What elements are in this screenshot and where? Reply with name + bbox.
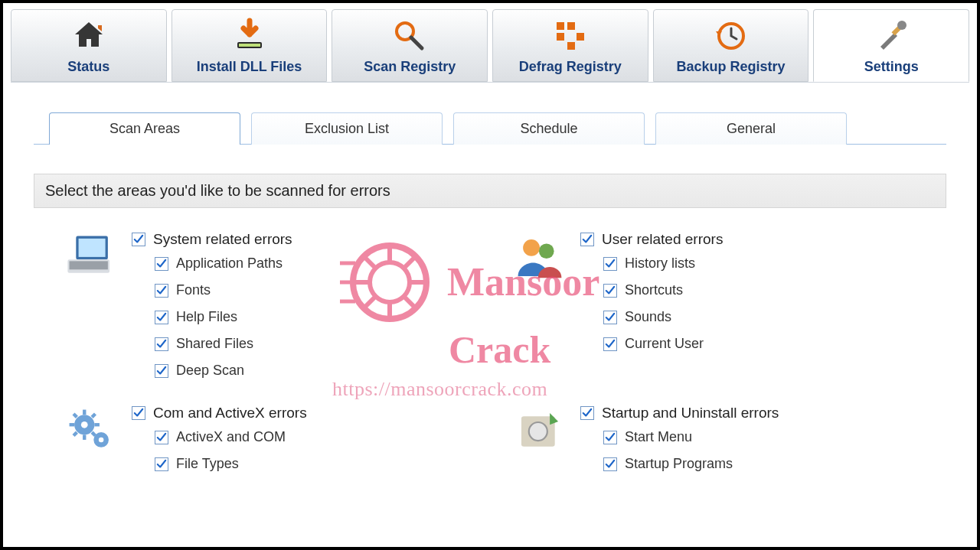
tab-exclusion-list[interactable]: Exclusion List — [251, 112, 443, 145]
item-label: ActiveX and COM — [176, 429, 286, 445]
checkbox-help-files[interactable] — [155, 311, 168, 324]
magnifier-icon — [391, 18, 428, 54]
svg-point-17 — [539, 243, 554, 259]
checkbox-user-errors[interactable] — [580, 233, 594, 246]
item-label: Deep Scan — [176, 363, 244, 379]
checkbox-fonts[interactable] — [155, 284, 168, 298]
svg-rect-5 — [567, 22, 575, 30]
backup-clock-icon — [713, 18, 750, 54]
svg-line-3 — [411, 37, 422, 48]
svg-line-26 — [74, 414, 77, 417]
topnav-label: Backup Registry — [676, 59, 785, 75]
checkbox-history-lists[interactable] — [603, 257, 617, 271]
checkbox-deep-scan[interactable] — [155, 364, 168, 378]
svg-rect-8 — [567, 42, 575, 50]
checkbox-com-activex-errors[interactable] — [132, 406, 145, 420]
group-system-errors: System related errors Application Paths … — [64, 231, 482, 379]
startup-box-icon — [513, 405, 567, 458]
group-com-activex-errors: Com and ActiveX errors ActiveX and COM F… — [64, 405, 482, 472]
topnav-label: Defrag Registry — [519, 59, 622, 75]
checkbox-current-user[interactable] — [603, 337, 617, 351]
item-label: Fonts — [176, 282, 211, 298]
item-label: Help Files — [176, 309, 237, 325]
svg-point-20 — [81, 421, 88, 428]
checkbox-start-menu[interactable] — [603, 431, 617, 444]
svg-line-27 — [92, 432, 95, 435]
main-top-nav: Status Install DLL Files Scan Registry — [11, 9, 969, 83]
svg-rect-1 — [239, 44, 260, 47]
checkbox-shared-files[interactable] — [155, 337, 168, 351]
item-label: History lists — [625, 255, 695, 272]
scan-areas-grid: System related errors Application Paths … — [64, 231, 931, 472]
topnav-label: Settings — [864, 59, 919, 75]
users-icon — [513, 231, 567, 285]
scan-areas-description: Select the areas you'd like to be scanne… — [34, 174, 946, 208]
svg-line-28 — [92, 414, 95, 417]
checkbox-application-paths[interactable] — [155, 257, 168, 271]
item-label: Application Paths — [176, 255, 283, 272]
topnav-settings[interactable]: Settings — [813, 9, 969, 82]
item-label: Sounds — [625, 309, 671, 325]
svg-rect-6 — [557, 33, 564, 41]
topnav-scan-registry[interactable]: Scan Registry — [332, 9, 488, 82]
item-label: Startup Programs — [625, 456, 733, 472]
svg-point-31 — [529, 422, 547, 441]
checkbox-file-types[interactable] — [155, 457, 168, 471]
topnav-defrag-registry[interactable]: Defrag Registry — [492, 9, 648, 82]
item-label: Start Menu — [625, 429, 692, 445]
tab-scan-areas[interactable]: Scan Areas — [49, 112, 240, 145]
home-icon — [70, 18, 107, 54]
item-label: Shared Files — [176, 336, 253, 352]
svg-point-16 — [523, 239, 540, 256]
system-computer-icon — [64, 231, 118, 285]
tools-icon — [873, 18, 910, 54]
checkbox-startup-uninstall-errors[interactable] — [580, 406, 594, 420]
svg-rect-15 — [70, 261, 108, 269]
svg-line-29 — [74, 432, 77, 435]
topnav-install-dll[interactable]: Install DLL Files — [172, 9, 328, 82]
svg-rect-13 — [79, 239, 106, 257]
group-title: Com and ActiveX errors — [153, 405, 307, 421]
group-title: System related errors — [153, 231, 292, 248]
topnav-label: Install DLL Files — [197, 59, 302, 75]
download-tray-icon — [231, 18, 268, 54]
checkbox-activex-and-com[interactable] — [155, 431, 168, 444]
checkbox-sounds[interactable] — [603, 311, 617, 324]
checkbox-system-errors[interactable] — [132, 233, 145, 246]
group-user-errors: User related errors History lists Shortc… — [513, 231, 931, 379]
group-title: User related errors — [602, 231, 723, 248]
tab-general[interactable]: General — [655, 112, 847, 145]
group-startup-uninstall-errors: Startup and Uninstall errors Start Menu … — [513, 405, 931, 472]
svg-rect-7 — [577, 33, 584, 41]
svg-point-21 — [99, 438, 104, 443]
item-label: File Types — [176, 456, 239, 472]
svg-rect-4 — [557, 22, 564, 30]
checkbox-shortcuts[interactable] — [603, 284, 617, 298]
topnav-backup-registry[interactable]: Backup Registry — [653, 9, 809, 82]
settings-subtabs: Scan Areas Exclusion List Schedule Gener… — [34, 112, 946, 145]
gears-icon — [64, 405, 118, 458]
svg-point-11 — [897, 21, 906, 30]
item-label: Shortcuts — [625, 282, 683, 298]
tab-schedule[interactable]: Schedule — [453, 112, 645, 145]
topnav-label: Status — [67, 59, 109, 75]
defrag-blocks-icon — [552, 18, 589, 54]
topnav-label: Scan Registry — [364, 59, 456, 75]
topnav-status[interactable]: Status — [11, 9, 167, 82]
item-label: Current User — [625, 336, 704, 352]
checkbox-startup-programs[interactable] — [603, 457, 617, 471]
group-title: Startup and Uninstall errors — [602, 405, 779, 421]
